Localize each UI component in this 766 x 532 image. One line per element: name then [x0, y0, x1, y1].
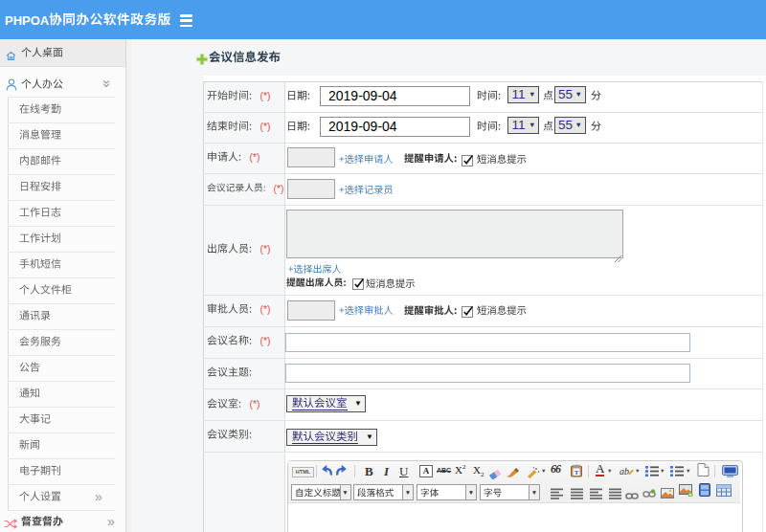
- svg-text:ab: ab: [620, 466, 629, 477]
- svg-text:T: T: [574, 469, 579, 477]
